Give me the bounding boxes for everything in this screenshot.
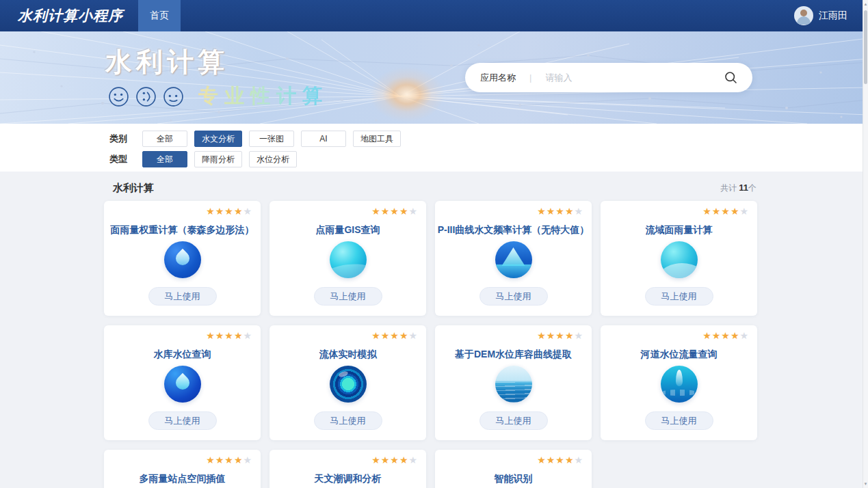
star-icon: ★ — [215, 206, 225, 217]
star-icon: ★ — [574, 455, 583, 465]
star-icon: ★ — [371, 330, 381, 341]
star-icon: ★ — [547, 330, 556, 341]
app-title: 流体实时模拟 — [269, 348, 426, 360]
star-icon: ★ — [555, 455, 565, 465]
star-icon: ★ — [565, 206, 575, 217]
filter-options: 全部水文分析一张图AI地图工具 — [142, 131, 401, 147]
star-icon: ★ — [574, 330, 583, 341]
star-icon: ★ — [712, 330, 722, 341]
star-icon: ★ — [721, 206, 731, 217]
rating-stars: ★★★★★ — [371, 206, 418, 217]
user-name: 江雨田 — [819, 10, 847, 22]
app-title: 多雨量站点空间插值 — [104, 472, 261, 485]
rating-stars: ★★★★★ — [206, 455, 252, 465]
star-icon: ★ — [565, 330, 575, 341]
rating-stars: ★★★★★ — [702, 330, 749, 341]
filter-option-button[interactable]: 一张图 — [249, 131, 294, 147]
search-button[interactable] — [724, 71, 737, 84]
app-card[interactable]: ★★★★★ 水库水位查询 马上使用 — [104, 325, 261, 440]
search-icon — [724, 71, 737, 84]
star-icon: ★ — [234, 206, 244, 217]
filter-option-button[interactable]: AI — [301, 131, 346, 147]
section-title: 水利计算 — [113, 182, 154, 195]
app-title: P-III曲线水文频率计算（无特大值） — [435, 223, 592, 236]
use-now-button[interactable]: 马上使用 — [314, 287, 382, 306]
star-icon: ★ — [243, 455, 252, 465]
use-now-button[interactable]: 马上使用 — [148, 287, 217, 306]
search-divider: | — [529, 72, 531, 83]
hero-subtitle-row: 专业性计算 — [108, 83, 328, 110]
hero-banner: 水利计算 专业性计算 应用名称 | — [0, 31, 868, 124]
star-icon: ★ — [547, 206, 556, 217]
app-title: 基于DEM水位库容曲线提取 — [435, 348, 592, 360]
use-now-button[interactable]: 马上使用 — [645, 287, 713, 306]
use-now-button[interactable]: 马上使用 — [479, 287, 548, 306]
filter-option-button[interactable]: 全部 — [142, 131, 187, 147]
scroll-down-arrow[interactable]: ▼ — [863, 482, 868, 486]
app-grid: ★★★★★ 面雨量权重计算（泰森多边形法） 马上使用 ★★★★★ 点雨量GIS查… — [104, 201, 758, 488]
filter-option-button[interactable]: 全部 — [142, 151, 187, 167]
smiley-icon — [108, 86, 129, 107]
filter-option-button[interactable]: 地图工具 — [353, 131, 401, 147]
filter-option-button[interactable]: 水文分析 — [194, 131, 242, 147]
star-icon: ★ — [224, 330, 234, 341]
star-icon: ★ — [731, 206, 740, 217]
star-icon: ★ — [234, 455, 244, 465]
main-content: 水利计算 共计 11个 ★★★★★ 面雨量权重计算（泰森多边形法） 马上使用 ★… — [0, 172, 868, 488]
star-icon: ★ — [215, 330, 225, 341]
app-title: 流域面雨量计算 — [601, 223, 757, 236]
filter-option-button[interactable]: 降雨分析 — [194, 151, 242, 167]
app-title: 点雨量GIS查询 — [269, 223, 426, 236]
use-now-button[interactable]: 马上使用 — [314, 411, 382, 430]
star-icon: ★ — [408, 330, 418, 341]
filter-options: 全部降雨分析水位分析 — [142, 151, 297, 167]
app-card[interactable]: ★★★★★ 流体实时模拟 马上使用 — [269, 325, 426, 440]
search-label: 应用名称 — [480, 72, 516, 84]
use-now-button[interactable]: 马上使用 — [148, 411, 217, 430]
star-icon: ★ — [390, 206, 399, 217]
hero-title: 水利计算 — [105, 44, 228, 81]
use-now-button[interactable]: 马上使用 — [479, 411, 548, 430]
star-icon: ★ — [555, 330, 565, 341]
app-card[interactable]: ★★★★★ 基于DEM水位库容曲线提取 马上使用 — [435, 325, 592, 440]
star-icon: ★ — [390, 455, 399, 465]
scrollbar-thumb[interactable] — [864, 10, 867, 84]
app-card[interactable]: ★★★★★ 河道水位流量查询 马上使用 — [601, 325, 757, 440]
page-scrollbar[interactable]: ▲ ▼ — [863, 0, 868, 488]
star-icon: ★ — [206, 206, 215, 217]
smiley-icon — [163, 86, 184, 107]
use-now-button[interactable]: 马上使用 — [645, 411, 713, 430]
app-card[interactable]: ★★★★★ 面雨量权重计算（泰森多边形法） 马上使用 — [104, 201, 261, 316]
star-icon: ★ — [537, 330, 547, 341]
app-card[interactable]: ★★★★★ 点雨量GIS查询 马上使用 — [269, 201, 426, 316]
app-icon — [661, 241, 698, 278]
smiley-icon — [135, 86, 157, 107]
scroll-up-arrow[interactable]: ▲ — [863, 2, 868, 6]
filter-label: 类别 — [109, 133, 141, 145]
app-card[interactable]: ★★★★★ 天文潮调和分析 马上使用 — [269, 450, 426, 488]
tab-home[interactable]: 首页 — [138, 0, 181, 31]
rating-stars: ★★★★★ — [206, 206, 252, 217]
star-icon: ★ — [215, 455, 225, 465]
star-icon: ★ — [702, 330, 712, 341]
star-icon: ★ — [739, 206, 749, 217]
app-card[interactable]: ★★★★★ 智能识别 马上使用 — [435, 450, 592, 488]
filter-option-button[interactable]: 水位分析 — [249, 151, 297, 167]
star-icon: ★ — [537, 206, 547, 217]
app-card[interactable]: ★★★★★ 多雨量站点空间插值 马上使用 — [104, 450, 261, 488]
app-card[interactable]: ★★★★★ P-III曲线水文频率计算（无特大值） 马上使用 — [435, 201, 592, 316]
star-icon: ★ — [399, 330, 409, 341]
search-input[interactable] — [545, 72, 724, 83]
user-menu[interactable]: 江雨田 — [794, 0, 847, 31]
app-card[interactable]: ★★★★★ 流域面雨量计算 马上使用 — [601, 201, 757, 316]
star-icon: ★ — [555, 206, 565, 217]
hero-subtitle: 专业性计算 — [198, 83, 328, 110]
app-icon — [330, 241, 367, 278]
star-icon: ★ — [224, 455, 234, 465]
star-icon: ★ — [702, 206, 712, 217]
star-icon: ★ — [574, 206, 583, 217]
star-icon: ★ — [399, 206, 409, 217]
star-icon: ★ — [381, 330, 391, 341]
star-icon: ★ — [243, 330, 252, 341]
star-icon: ★ — [547, 455, 556, 465]
